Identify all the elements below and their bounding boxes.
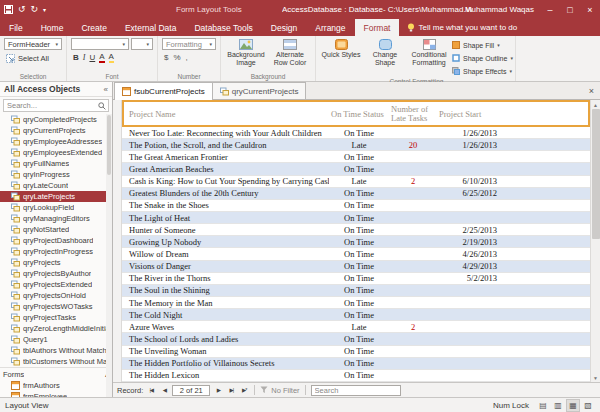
nav-item[interactable]: qryZeroLengthMiddleInitial <box>0 323 112 334</box>
last-record-button[interactable]: ▶| <box>226 385 236 396</box>
record-row[interactable]: The Memory in the Man On Time <box>122 297 590 309</box>
account-name[interactable]: Muhammad Waqas <box>465 0 534 19</box>
document-tab[interactable]: fsubCurrentProjects <box>114 82 213 100</box>
nav-item[interactable]: qryLateCount <box>0 180 112 191</box>
column-header-late-tasks[interactable]: Number of Late Tasks <box>389 105 437 123</box>
record-row[interactable]: The Great American Frontier On Time <box>122 151 590 163</box>
number-format-combobox[interactable]: Formatting▾ <box>162 38 216 50</box>
shape-outline-button[interactable]: Shape Outline▾ <box>452 52 513 64</box>
ribbon-tab[interactable]: Home <box>32 19 73 36</box>
nav-item[interactable]: frmAuthors <box>0 380 112 391</box>
qat-dropdown-icon[interactable]: ▾ <box>43 7 46 13</box>
column-header-project-name[interactable]: Project Name <box>124 109 329 119</box>
nav-item[interactable]: qryFullNames <box>0 158 112 169</box>
nav-item[interactable]: Query1 <box>0 334 112 345</box>
tell-me-box[interactable]: Tell me what you want to do <box>399 19 525 36</box>
redo-icon[interactable]: ↻ <box>31 5 39 14</box>
record-position[interactable]: 2 of 21 <box>172 385 210 396</box>
record-row[interactable]: Visions of Danger On Time 4/29/2013 <box>122 261 590 273</box>
shape-fill-button[interactable]: Shape Fill▾ <box>452 39 513 51</box>
record-row[interactable]: The Unveiling Woman On Time <box>122 346 590 358</box>
undo-icon[interactable]: ↺ <box>18 5 26 14</box>
column-header-project-start[interactable]: Project Start <box>437 109 507 119</box>
minimize-button[interactable]: – <box>540 0 560 19</box>
nav-item[interactable]: qryNotStarted <box>0 224 112 235</box>
nav-item[interactable]: qryProjectInProgress <box>0 246 112 257</box>
font-color-icon[interactable]: A <box>99 53 104 63</box>
record-row[interactable]: The Light of Heat On Time <box>122 212 590 224</box>
ribbon-tab[interactable]: Database Tools <box>185 19 261 36</box>
change-shape-button[interactable]: Change Shape <box>364 38 406 77</box>
record-row[interactable]: Hunter of Someone On Time 2/25/2013 <box>122 224 590 236</box>
document-tab[interactable]: qryCurrentProjects <box>212 82 307 99</box>
percent-format-icon[interactable]: % <box>173 53 180 62</box>
record-row[interactable]: Cash is King: How to Cut Your Spending b… <box>122 176 590 188</box>
nav-item[interactable]: tblAuthors Without Matchin... <box>0 345 112 356</box>
highlight-color-icon[interactable]: A <box>109 53 114 63</box>
ribbon-tab[interactable]: Arrange <box>306 19 354 36</box>
nav-item[interactable]: qryProjectTasks <box>0 312 112 323</box>
italic-button[interactable]: I <box>83 54 86 62</box>
record-row[interactable]: Willow of Dream On Time 4/26/2013 <box>122 248 590 260</box>
record-row[interactable]: The Hidden Portfolio of Villainous Secre… <box>122 358 590 370</box>
record-row[interactable]: Great American Beaches On Time <box>122 163 590 175</box>
selection-type-combobox[interactable]: FormHeader▾ <box>4 38 62 50</box>
vertical-scrollbar[interactable]: ▲ ▼ <box>590 100 600 382</box>
shutter-bar-icon[interactable]: « <box>104 85 108 94</box>
nav-item[interactable]: qryProjectsExtended <box>0 279 112 290</box>
record-row[interactable]: The Snake in the Shoes On Time <box>122 200 590 212</box>
ribbon-tab[interactable]: Create <box>72 19 116 36</box>
nav-item[interactable]: qryManagingEditors <box>0 213 112 224</box>
record-row[interactable]: Greatest Blunders of the 20th Century On… <box>122 188 590 200</box>
next-record-button[interactable]: ▶ <box>213 385 223 396</box>
shape-effects-button[interactable]: Shape Effects▾ <box>452 65 513 77</box>
ribbon-tab[interactable]: Format <box>355 19 400 36</box>
record-row[interactable]: The Cold Night On Time <box>122 309 590 321</box>
currency-format-icon[interactable]: $ <box>164 53 168 62</box>
underline-button[interactable]: U <box>89 54 95 62</box>
scrollbar-thumb[interactable] <box>592 109 600 239</box>
select-all-button[interactable]: Select All <box>4 52 62 65</box>
comma-format-icon[interactable]: , <box>186 53 188 62</box>
nav-item[interactable]: tblCustomers Without Match... <box>0 356 112 367</box>
scroll-down-icon[interactable]: ▼ <box>591 373 600 382</box>
close-button[interactable]: × <box>580 0 600 19</box>
background-image-button[interactable]: Background Image <box>225 38 267 67</box>
record-row[interactable]: Azure Waves Late 2 <box>122 321 590 333</box>
nav-item[interactable]: qryProjectsWOTasks <box>0 301 112 312</box>
nav-item[interactable]: Forms ▴ <box>0 367 112 380</box>
scroll-up-icon[interactable]: ▲ <box>591 100 600 109</box>
design-view-button[interactable]: ▧ <box>581 399 595 412</box>
record-row[interactable]: The Hidden Lexicon On Time <box>122 370 590 382</box>
record-row[interactable]: Growing Up Nobody On Time 2/19/2013 <box>122 236 590 248</box>
first-record-button[interactable]: |◀ <box>146 385 156 396</box>
ribbon-tab[interactable]: Design <box>262 19 306 36</box>
record-row[interactable]: The School of Lords and Ladies On Time <box>122 333 590 345</box>
nav-item[interactable]: qryLateProjects <box>0 191 112 202</box>
bold-button[interactable]: B <box>73 54 79 62</box>
ribbon-tab[interactable]: External Data <box>116 19 186 36</box>
nav-item[interactable]: qryProjectsByAuthor <box>0 268 112 279</box>
previous-record-button[interactable]: ◀ <box>159 385 169 396</box>
font-name-combobox[interactable]: ▾ <box>71 38 129 50</box>
nav-item[interactable]: qryProjects <box>0 257 112 268</box>
filter-status[interactable]: No Filter <box>260 386 299 395</box>
search-input[interactable] <box>4 101 98 110</box>
alternate-row-color-button[interactable]: Alternate Row Color <box>269 38 311 67</box>
record-selector-strip[interactable] <box>113 100 122 382</box>
nav-item[interactable]: frmEmployee <box>0 391 112 397</box>
quick-styles-button[interactable]: Quick Styles <box>320 38 362 77</box>
record-search-input[interactable] <box>312 386 400 395</box>
font-size-combobox[interactable]: ▾ <box>131 38 153 50</box>
layout-view-button[interactable]: ▦ <box>566 399 580 412</box>
column-header-on-time-status[interactable]: On Time Status <box>329 109 389 119</box>
nav-item[interactable]: qryCurrentProjects <box>0 125 112 136</box>
datasheet-view-button[interactable]: ▥ <box>551 399 565 412</box>
nav-item[interactable]: qryEmployeeAddresses <box>0 136 112 147</box>
new-record-button[interactable]: ▶* <box>239 385 249 396</box>
nav-item[interactable]: qryLookupField <box>0 202 112 213</box>
ribbon-tab[interactable]: File <box>0 19 32 36</box>
sidebar-scrollbar[interactable] <box>106 114 112 397</box>
conditional-formatting-button[interactable]: Conditional Formatting <box>408 38 450 77</box>
nav-item[interactable]: qryInProgress <box>0 169 112 180</box>
